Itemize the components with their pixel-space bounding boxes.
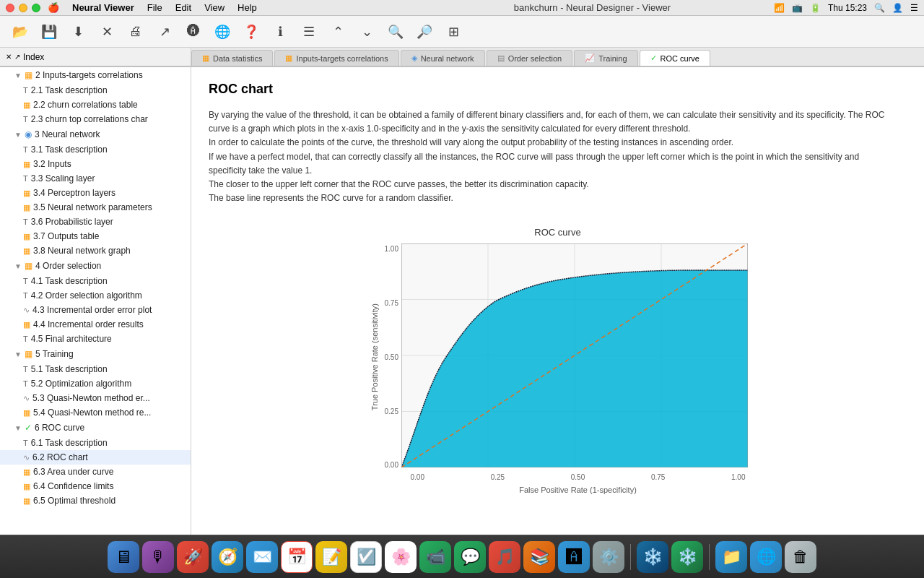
tab-training[interactable]: 📈 Training (574, 50, 637, 66)
dock-launchpad[interactable]: 🚀 (177, 541, 209, 573)
sidebar-header[interactable]: ✕ ↗ Index (0, 48, 191, 66)
dock-music[interactable]: 🎵 (489, 541, 520, 573)
dock-facetime[interactable]: 📹 (419, 541, 451, 573)
window-title: bankchurn - Neural Designer - Viewer (411, 2, 774, 13)
traffic-lights (6, 4, 40, 12)
menu-icon[interactable]: ☰ (910, 3, 918, 13)
close-doc-button[interactable]: ✕ (95, 20, 118, 43)
desc-line-2: In order to calculate the points of the … (209, 137, 733, 147)
open-button[interactable]: 📂 (9, 20, 32, 43)
chart-title: ROC curve (370, 227, 746, 238)
sidebar-item-2-2[interactable]: ▦ 2.2 churn correlations table (0, 98, 191, 112)
sidebar-item-6-3[interactable]: ▦ 6.3 Area under curve (0, 465, 191, 479)
sidebar-item-3-4[interactable]: ▦ 3.4 Perceptron layers (0, 186, 191, 200)
dock-calendar[interactable]: 📅 (281, 541, 313, 573)
sidebar-item-5-3[interactable]: ∿ 5.3 Quasi-Newton method er... (0, 391, 191, 405)
sidebar-item-4-4[interactable]: ▦ 4.4 Incremental order results (0, 317, 191, 332)
tab-data-statistics[interactable]: ▦ Data statistics (191, 50, 273, 66)
save-button[interactable]: 💾 (38, 20, 61, 43)
menu-edit[interactable]: Edit (175, 2, 191, 13)
zoom-out-button[interactable]: 🔎 (413, 20, 436, 43)
menu2-button[interactable]: ☰ (297, 20, 321, 43)
sidebar-item-4-2[interactable]: T 4.2 Order selection algorithm (0, 288, 191, 303)
sidebar-item-3-6[interactable]: T 3.6 Probabilistic layer (0, 215, 191, 229)
down-button[interactable]: ⌄ (355, 20, 378, 43)
sidebar-section-training[interactable]: ▼ ▦ 5 Training (0, 346, 191, 362)
item-label: 6.3 Area under curve (33, 467, 113, 477)
sidebar-item-3-7[interactable]: ▦ 3.7 Outputs table (0, 229, 191, 243)
dock-settings[interactable]: ⚙️ (593, 541, 624, 573)
chart-area (401, 243, 748, 470)
sidebar-item-6-2[interactable]: ∿ 6.2 ROC chart (0, 450, 191, 465)
y-tick-5: 1.00 (385, 245, 398, 253)
zoom-in-button[interactable]: 🔍 (384, 20, 407, 43)
item-label: 6.5 Optimal threshold (33, 496, 116, 506)
fit-button[interactable]: ⊞ (442, 20, 465, 43)
sidebar-item-4-5[interactable]: T 4.5 Final architecture (0, 332, 191, 346)
sidebar-item-5-4[interactable]: ▦ 5.4 Quasi-Newton method re... (0, 405, 191, 420)
desc-line-5: The base line represents the ROC curve f… (209, 193, 453, 203)
dock-reminders[interactable]: ☑️ (350, 541, 382, 573)
app-name[interactable]: Neural Viewer (72, 2, 134, 13)
web-button[interactable]: 🌐 (211, 20, 234, 43)
item-label: 5.1 Task description (31, 364, 108, 374)
apple-menu[interactable]: 🍎 (48, 2, 59, 13)
sidebar-item-6-5[interactable]: ▦ 6.5 Optimal threshold (0, 493, 191, 508)
dock-safari[interactable]: 🧭 (212, 541, 243, 573)
dock-neural1[interactable]: ❄️ (637, 541, 668, 573)
dock-appstore[interactable]: 🅰 (558, 541, 590, 573)
dock-messages[interactable]: 💬 (454, 541, 486, 573)
y-tick-2: 0.25 (385, 407, 398, 415)
sidebar-section-order-selection[interactable]: ▼ ▦ 4 Order selection (0, 258, 191, 274)
menu-help[interactable]: Help (237, 2, 257, 13)
acrobat-button[interactable]: 🅐 (182, 20, 205, 43)
main-content: ROC chart By varying the value of the th… (191, 67, 924, 535)
sidebar-item-3-8[interactable]: ▦ 3.8 Neural network graph (0, 243, 191, 258)
dock-siri[interactable]: 🎙 (142, 541, 174, 573)
menu-view[interactable]: View (204, 2, 225, 13)
sidebar-item-4-3[interactable]: ∿ 4.3 Incremental order error plot (0, 303, 191, 317)
wifi-icon: 📶 (774, 3, 785, 13)
sidebar-section-neural-network[interactable]: ▼ ◉ 3 Neural network (0, 126, 191, 142)
dock-notes[interactable]: 📝 (315, 541, 347, 573)
sidebar-item-3-1[interactable]: T 3.1 Task description (0, 142, 191, 157)
sidebar-item-5-1[interactable]: T 5.1 Task description (0, 362, 191, 376)
download-button[interactable]: ⬇ (66, 20, 90, 43)
sidebar-item-2-3[interactable]: T 2.3 churn top correlations char (0, 112, 191, 126)
sidebar-item-3-3[interactable]: T 3.3 Scaling layer (0, 171, 191, 186)
sidebar-item-6-1[interactable]: T 6.1 Task description (0, 436, 191, 450)
search-icon[interactable]: 🔍 (874, 3, 885, 13)
tab-order-selection[interactable]: ▤ Order selection (487, 50, 573, 66)
menu-file[interactable]: File (147, 2, 162, 13)
dock-trash[interactable]: 🗑 (785, 541, 816, 573)
dock-finder[interactable]: 🖥 (108, 541, 139, 573)
up-button[interactable]: ⌃ (326, 20, 349, 43)
sidebar-item-2-1[interactable]: T 2.1 Task description (0, 83, 191, 98)
maximize-button[interactable] (32, 4, 40, 12)
sidebar-item-4-1[interactable]: T 4.1 Task description (0, 274, 191, 288)
sidebar-item-5-2[interactable]: T 5.2 Optimization algorithm (0, 376, 191, 391)
sidebar-section-roc-curve[interactable]: ▼ ✓ 6 ROC curve (0, 420, 191, 436)
dock-globe[interactable]: 🌐 (750, 541, 782, 573)
print-button[interactable]: 🖨 (124, 20, 147, 43)
dock-photos[interactable]: 🌸 (385, 541, 417, 573)
dock-neural2[interactable]: ❄️ (671, 541, 703, 573)
tab-inputs-targets[interactable]: ▦ Inputs-targets correlations (274, 50, 398, 66)
sidebar-section-inputs-targets[interactable]: ▼ ▦ 2 Inputs-targets correlations (0, 67, 191, 83)
export-button[interactable]: ↗ (153, 20, 176, 43)
item-label: 5.3 Quasi-Newton method er... (32, 393, 150, 403)
dock-folder[interactable]: 📁 (715, 541, 747, 573)
dock-books[interactable]: 📚 (523, 541, 555, 573)
tab-neural-network[interactable]: ◈ Neural network (401, 50, 485, 66)
dock-mail[interactable]: ✉️ (246, 541, 278, 573)
tab-roc-curve[interactable]: ✓ ROC curve (640, 50, 710, 66)
sidebar-item-3-5[interactable]: ▦ 3.5 Neural network parameters (0, 200, 191, 215)
help-button[interactable]: ❓ (240, 20, 263, 43)
minimize-button[interactable] (19, 4, 27, 12)
sidebar-item-3-2[interactable]: ▦ 3.2 Inputs (0, 157, 191, 171)
close-button[interactable] (6, 4, 14, 12)
data-statistics-icon: ▦ (202, 53, 209, 63)
avatar-icon[interactable]: 👤 (892, 3, 903, 13)
info-button[interactable]: ℹ (269, 20, 292, 43)
sidebar-item-6-4[interactable]: ▦ 6.4 Confidence limits (0, 479, 191, 493)
